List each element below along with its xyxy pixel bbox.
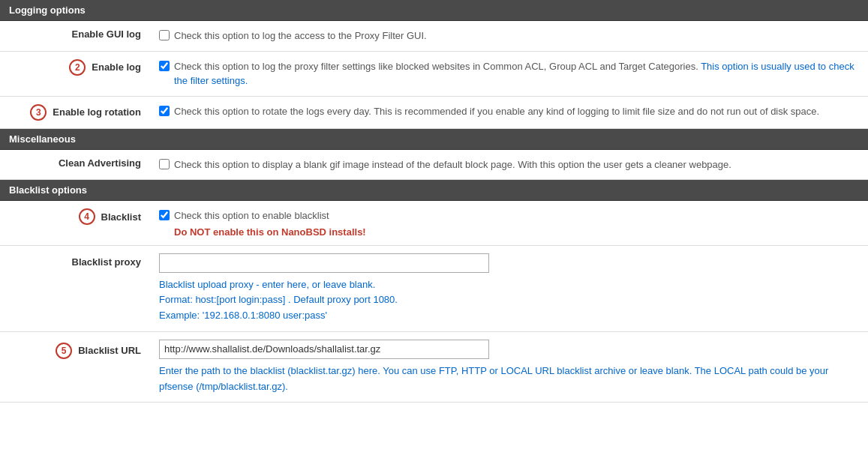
blacklist-proxy-help-line2: Format: host:[port login:pass] . Default… xyxy=(159,292,859,308)
blacklist-url-row: 5 Blacklist URL Enter the path to the bl… xyxy=(0,331,868,403)
blacklist-row: 4 Blacklist Check this option to enable … xyxy=(0,201,868,245)
blacklist-label: Blacklist xyxy=(101,211,141,223)
clean-advertising-label: Clean Advertising xyxy=(59,157,141,169)
enable-log-rotation-label-wrapper: 3 Enable log rotation xyxy=(9,104,141,121)
enable-log-rotation-row: 3 Enable log rotation Check this option … xyxy=(0,96,868,128)
enable-log-checkbox[interactable] xyxy=(159,61,170,71)
miscellaneous-header: Miscellaneous xyxy=(0,129,868,150)
enable-log-label-cell: 2 Enable log xyxy=(0,51,150,96)
enable-gui-log-label: Enable GUI log xyxy=(72,28,141,40)
blacklist-proxy-content: Blacklist upload proxy - enter here, or … xyxy=(150,245,868,331)
enable-log-rotation-desc: Check this option to rotate the logs eve… xyxy=(174,104,819,119)
logging-options-section: Logging options Enable GUI log Check thi… xyxy=(0,0,868,129)
blacklist-proxy-row: Blacklist proxy Blacklist upload proxy -… xyxy=(0,245,868,331)
blacklist-warning: Do NOT enable this on NanoBSD installs! xyxy=(174,226,366,238)
blacklist-proxy-help-line1: Blacklist upload proxy - enter here, or … xyxy=(159,277,859,293)
enable-log-label-wrapper: 2 Enable log xyxy=(9,59,141,76)
miscellaneous-table: Clean Advertising Check this option to d… xyxy=(0,150,868,181)
enable-log-checkbox-row: Check this option to log the proxy filte… xyxy=(159,59,859,88)
clean-advertising-checkbox-row: Check this option to display a blank gif… xyxy=(159,157,859,172)
enable-gui-log-checkbox-row: Check this option to log the access to t… xyxy=(159,28,859,43)
blacklist-options-table: 4 Blacklist Check this option to enable … xyxy=(0,201,868,403)
blacklist-label-cell: 4 Blacklist xyxy=(0,201,150,245)
blacklist-checkbox[interactable] xyxy=(159,210,170,220)
blacklist-proxy-input-wrapper xyxy=(159,253,859,273)
clean-advertising-row: Clean Advertising Check this option to d… xyxy=(0,150,868,180)
enable-log-desc: Check this option to log the proxy filte… xyxy=(174,59,859,88)
enable-gui-log-content: Check this option to log the access to t… xyxy=(150,21,868,51)
blacklist-proxy-help-line3: Example: '192.168.0.1:8080 user:pass' xyxy=(159,308,859,324)
clean-advertising-label-cell: Clean Advertising xyxy=(0,150,150,180)
blacklist-url-label-wrapper: 5 Blacklist URL xyxy=(9,343,141,359)
blacklist-proxy-help: Blacklist upload proxy - enter here, or … xyxy=(159,277,859,324)
blacklist-url-content: Enter the path to the blacklist (blackli… xyxy=(150,331,868,403)
blacklist-options-header: Blacklist options xyxy=(0,180,868,201)
blacklist-checkbox-row: Check this option to enable blacklist xyxy=(159,208,859,223)
logging-options-header: Logging options xyxy=(0,0,868,21)
blacklist-url-input[interactable] xyxy=(159,340,489,359)
enable-gui-log-desc: Check this option to log the access to t… xyxy=(174,28,427,43)
page-wrapper: Logging options Enable GUI log Check thi… xyxy=(0,0,868,403)
blacklist-desc: Check this option to enable blacklist xyxy=(174,208,329,223)
blacklist-url-help: Enter the path to the blacklist (blackli… xyxy=(159,364,859,395)
enable-log-rotation-checkbox[interactable] xyxy=(159,106,170,116)
enable-log-rotation-checkbox-row: Check this option to rotate the logs eve… xyxy=(159,104,859,119)
blacklist-options-section: Blacklist options 4 Blacklist Check this… xyxy=(0,180,868,403)
blacklist-proxy-label-cell: Blacklist proxy xyxy=(0,245,150,331)
clean-advertising-checkbox[interactable] xyxy=(159,159,170,169)
miscellaneous-section: Miscellaneous Clean Advertising Check th… xyxy=(0,129,868,181)
blacklist-badge: 4 xyxy=(79,208,95,225)
blacklist-url-badge: 5 xyxy=(56,343,72,359)
blacklist-url-input-wrapper xyxy=(159,340,859,359)
blacklist-label-wrapper: 4 Blacklist xyxy=(9,208,141,225)
blacklist-proxy-label: Blacklist proxy xyxy=(72,256,142,268)
enable-log-rotation-badge: 3 xyxy=(30,104,47,121)
enable-log-rotation-content: Check this option to rotate the logs eve… xyxy=(150,96,868,128)
blacklist-url-label-cell: 5 Blacklist URL xyxy=(0,331,150,403)
blacklist-url-help-text: Enter the path to the blacklist (blackli… xyxy=(159,365,828,392)
enable-log-label: Enable log xyxy=(92,61,141,73)
miscellaneous-title: Miscellaneous xyxy=(9,133,76,145)
enable-gui-log-checkbox[interactable] xyxy=(159,30,170,40)
enable-log-desc-highlight: This option is usually used to check the… xyxy=(174,61,854,87)
enable-log-badge: 2 xyxy=(69,59,86,76)
clean-advertising-content: Check this option to display a blank gif… xyxy=(150,150,868,180)
blacklist-url-label: Blacklist URL xyxy=(78,345,141,356)
enable-gui-log-row: Enable GUI log Check this option to log … xyxy=(0,21,868,51)
enable-log-content: Check this option to log the proxy filte… xyxy=(150,51,868,96)
logging-options-title: Logging options xyxy=(9,4,86,16)
enable-log-rotation-label-cell: 3 Enable log rotation xyxy=(0,96,150,128)
blacklist-proxy-input[interactable] xyxy=(159,253,489,273)
blacklist-options-title: Blacklist options xyxy=(9,184,87,196)
enable-log-rotation-label: Enable log rotation xyxy=(53,106,141,118)
enable-gui-log-label-cell: Enable GUI log xyxy=(0,21,150,51)
clean-advertising-desc: Check this option to display a blank gif… xyxy=(174,157,731,172)
blacklist-content: Check this option to enable blacklist Do… xyxy=(150,201,868,245)
enable-log-row: 2 Enable log Check this option to log th… xyxy=(0,51,868,96)
logging-options-table: Enable GUI log Check this option to log … xyxy=(0,21,868,129)
